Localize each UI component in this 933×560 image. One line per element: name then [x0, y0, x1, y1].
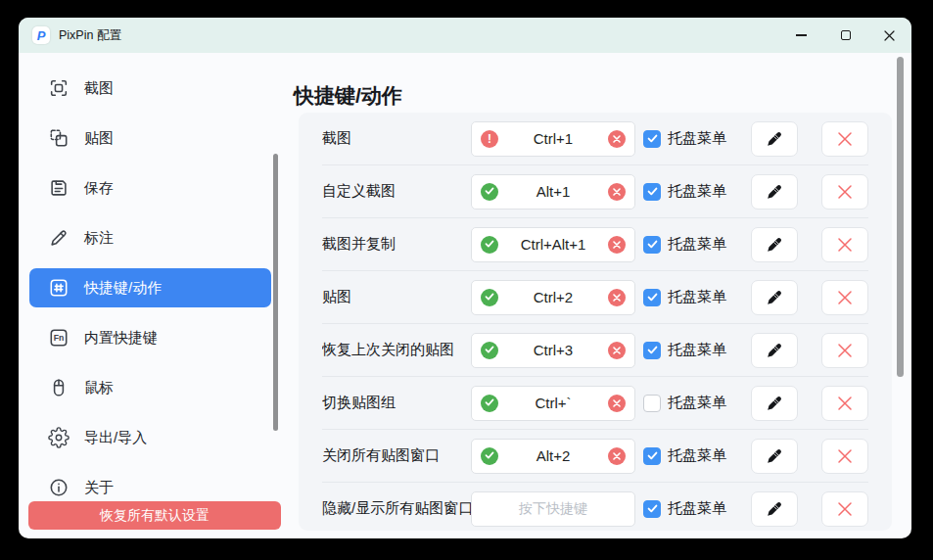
tray-menu-label: 托盘菜单	[668, 288, 726, 306]
hotkey-row: 自定义截图 Alt+1 托盘菜单	[322, 165, 868, 218]
shortcut-input[interactable]: Ctrl+2	[471, 280, 635, 315]
shortcut-input[interactable]: 按下快捷键	[471, 491, 635, 527]
sidebar-item-label: 关于	[84, 479, 114, 497]
shortcut-value: Ctrl+3	[498, 342, 608, 358]
shortcut-value: Alt+2	[498, 447, 608, 464]
clear-shortcut-icon[interactable]	[608, 183, 626, 201]
shortcut-input[interactable]: Alt+1	[471, 174, 635, 210]
tray-menu-checkbox[interactable]	[643, 395, 661, 412]
shortcut-input[interactable]: Ctrl+Alt+1	[471, 227, 635, 262]
clear-shortcut-icon[interactable]	[608, 447, 626, 465]
shortcut-input[interactable]: Ctrl+3	[471, 333, 635, 368]
maximize-icon	[841, 30, 851, 40]
delete-x-icon	[836, 130, 854, 148]
tray-menu-option: 托盘菜单	[643, 394, 745, 412]
hotkey-action-label: 截图	[322, 129, 471, 148]
content-scrollbar-thumb[interactable]	[897, 57, 904, 377]
edit-hotkey-button[interactable]	[751, 227, 798, 262]
minimize-icon	[796, 34, 807, 35]
sidebar-item-label: 快捷键/动作	[84, 279, 162, 298]
hotkey-row: 截图 ! Ctrl+1 托盘菜单	[322, 113, 868, 165]
window-controls	[779, 18, 911, 53]
delete-hotkey-button[interactable]	[821, 386, 868, 421]
tray-menu-checkbox[interactable]	[643, 500, 661, 518]
hotkey-row: 关闭所有贴图窗口 Alt+2 托盘菜单	[322, 430, 868, 483]
sidebar-item-screenshot[interactable]: 截图	[29, 69, 271, 108]
maximize-button[interactable]	[823, 18, 867, 53]
edit-hotkey-button[interactable]	[751, 121, 798, 157]
hotkey-row: 截图并复制 Ctrl+Alt+1 托盘菜单	[322, 218, 868, 271]
hotkey-row: 隐藏/显示所有贴图窗口 按下快捷键 托盘菜单	[322, 483, 868, 531]
clear-shortcut-icon[interactable]	[608, 130, 626, 148]
edit-hotkey-button[interactable]	[751, 491, 798, 527]
mouse-icon	[48, 377, 70, 398]
edit-hotkey-button[interactable]	[751, 386, 798, 421]
shortcut-status-icon	[481, 395, 498, 412]
save-icon	[48, 177, 70, 199]
tray-menu-checkbox[interactable]	[643, 447, 661, 465]
pixpin-config-window: P PixPin 配置 截图 贴图 保存 标注	[19, 18, 911, 538]
sidebar-item-annotate[interactable]: 标注	[29, 218, 271, 257]
clear-shortcut-icon[interactable]	[608, 342, 626, 359]
sidebar-item-mouse[interactable]: 鼠标	[29, 368, 271, 407]
tray-menu-checkbox[interactable]	[643, 236, 661, 254]
delete-x-icon	[836, 395, 854, 412]
clear-shortcut-icon[interactable]	[608, 395, 626, 412]
delete-x-icon	[836, 500, 854, 518]
delete-hotkey-button[interactable]	[821, 439, 868, 474]
clear-shortcut-icon[interactable]	[608, 289, 626, 306]
clear-shortcut-icon[interactable]	[608, 236, 626, 254]
sidebar-item-label: 保存	[84, 179, 114, 198]
sidebar-item-label: 标注	[84, 229, 114, 248]
delete-hotkey-button[interactable]	[821, 280, 868, 315]
delete-x-icon	[836, 342, 854, 359]
shortcut-input[interactable]: Alt+2	[471, 439, 635, 474]
shortcut-status-icon	[481, 342, 498, 359]
shortcut-status-icon	[481, 447, 498, 465]
sidebar-item-hotkeys[interactable]: 快捷键/动作	[29, 268, 271, 307]
pencil-icon	[765, 446, 784, 466]
edit-hotkey-button[interactable]	[751, 174, 798, 210]
hotkey-action-label: 贴图	[322, 288, 471, 306]
info-icon	[48, 477, 70, 498]
reset-defaults-button[interactable]: 恢复所有默认设置	[28, 501, 281, 530]
delete-x-icon	[836, 183, 854, 201]
pencil-icon	[765, 288, 784, 307]
hotkey-row: 贴图 Ctrl+2 托盘菜单	[322, 271, 868, 324]
tray-menu-option: 托盘菜单	[643, 182, 745, 201]
delete-hotkey-button[interactable]	[821, 333, 868, 368]
shortcut-input[interactable]: ! Ctrl+1	[471, 121, 635, 157]
sidebar-item-label: 导出/导入	[84, 429, 147, 447]
minimize-button[interactable]	[779, 18, 823, 53]
tray-menu-label: 托盘菜单	[668, 394, 726, 412]
edit-hotkey-button[interactable]	[751, 439, 798, 474]
shortcut-status-icon: !	[481, 130, 498, 148]
tray-menu-option: 托盘菜单	[643, 288, 745, 306]
tray-menu-checkbox[interactable]	[643, 342, 661, 359]
window-title: PixPin 配置	[59, 27, 121, 44]
sidebar-item-label: 贴图	[84, 129, 114, 148]
pencil-icon	[765, 341, 784, 360]
tray-menu-checkbox[interactable]	[643, 289, 661, 306]
sidebar-item-save[interactable]: 保存	[29, 168, 271, 208]
page-title: 快捷键/动作	[294, 82, 402, 110]
tray-menu-label: 托盘菜单	[668, 235, 726, 254]
sidebar-item-builtin-hotkeys[interactable]: Fn 内置快捷键	[29, 318, 271, 357]
close-button[interactable]	[867, 18, 911, 53]
shortcut-value: Ctrl+1	[498, 130, 608, 147]
sidebar-item-pin-image[interactable]: 贴图	[29, 118, 271, 158]
delete-hotkey-button[interactable]	[821, 174, 868, 210]
tray-menu-checkbox[interactable]	[643, 130, 661, 148]
tray-menu-checkbox[interactable]	[643, 183, 661, 201]
delete-hotkey-button[interactable]	[821, 491, 868, 527]
shortcut-status-icon	[481, 183, 498, 201]
edit-hotkey-button[interactable]	[751, 280, 798, 315]
hotkey-row: 切换贴图组 Ctrl+` 托盘菜单	[322, 377, 868, 430]
delete-hotkey-button[interactable]	[821, 227, 868, 262]
edit-hotkey-button[interactable]	[751, 333, 798, 368]
hotkey-action-label: 关闭所有贴图窗口	[322, 446, 471, 465]
sidebar-scrollbar-thumb[interactable]	[273, 154, 278, 431]
delete-hotkey-button[interactable]	[821, 121, 868, 157]
shortcut-input[interactable]: Ctrl+`	[471, 386, 635, 421]
sidebar-item-export-import[interactable]: 导出/导入	[29, 418, 271, 457]
